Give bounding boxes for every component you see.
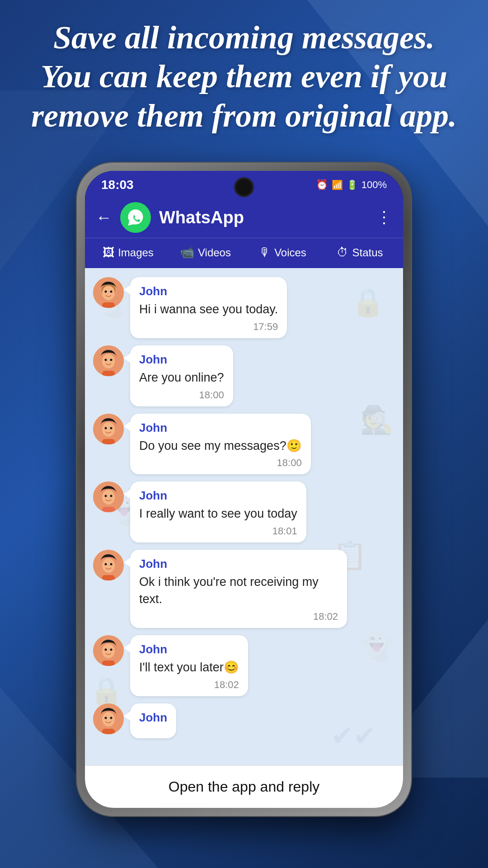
avatar-face [93,345,124,376]
message-text: I really want to see you today [139,505,297,523]
more-options-button[interactable]: ⋮ [376,208,392,227]
network-icon: 📶 [332,179,343,190]
tab-status[interactable]: ⏱ Status [321,238,399,268]
header-section: Save all incoming messages. You can keep… [0,18,488,135]
filter-tabs: 🖼 Images 📹 Videos 🎙 Voices ⏱ Status [85,238,403,268]
svg-rect-16 [102,439,115,444]
message-text: Do you see my messages?🙂 [139,438,302,455]
whatsapp-logo [120,202,151,233]
videos-icon: 📹 [180,245,194,259]
tab-voices[interactable]: 🎙 Voices [244,238,321,268]
svg-rect-31 [102,660,115,666]
bottom-bar[interactable]: Open the app and reply [85,765,403,808]
sender-name: John [139,284,278,298]
tab-voices-label: Voices [274,246,306,259]
message-time: 18:00 [139,389,224,401]
svg-point-15 [110,427,113,429]
message-text: I'll text you later😊 [139,659,239,676]
message-row: John I'll text you later😊 18:02 [93,635,395,696]
svg-point-8 [102,354,115,368]
svg-point-35 [110,717,113,719]
svg-point-13 [102,422,115,437]
tab-videos[interactable]: 📹 Videos [167,238,244,268]
open-app-label: Open the app and reply [169,778,319,795]
svg-point-4 [105,291,107,293]
message-bubble: John Do you see my messages?🙂 18:00 [130,414,311,475]
images-icon: 🖼 [103,245,114,259]
svg-point-3 [102,286,115,300]
message-row: John [93,703,395,738]
avatar-face [93,414,124,444]
message-text: Ok i think you're not receiving my text. [139,574,338,608]
sender-name: John [139,489,297,503]
avatar [93,703,124,734]
sender-name: John [139,557,338,571]
sender-name: John [139,353,224,367]
voices-icon: 🎙 [259,245,271,259]
svg-point-30 [110,648,113,651]
message-text: Hi i wanna see you today. [139,301,278,318]
status-time: 18:03 [101,178,134,192]
messages-area: 👻 🔒 ✔✔ 🕵️ 👻 📋 ✔✔ 👻 🔒 ✔✔ [85,268,403,765]
svg-rect-11 [102,371,115,376]
message-bubble: John Ok i think you're not receiving my … [130,550,347,628]
avatar-face [93,277,124,308]
avatar-face [93,481,124,512]
message-row: John Hi i wanna see you today. 17:59 [93,277,395,338]
svg-point-34 [105,717,107,719]
avatar [93,635,124,666]
svg-point-19 [105,495,107,497]
battery-icon: 🔋 [347,179,358,190]
phone-outer-frame: 18:03 ⏰ 📶 🔋 100% ← WhatsApp ⋮ [77,163,411,816]
svg-point-9 [105,359,107,361]
svg-point-14 [105,427,107,429]
avatar [93,345,124,376]
svg-point-24 [105,563,107,566]
svg-point-23 [102,558,115,573]
sender-name: John [139,642,239,656]
message-bubble: John I really want to see you today 18:0… [130,481,306,542]
message-time: 18:01 [139,525,297,537]
message-time: 17:59 [139,321,278,333]
avatar-face [93,550,124,580]
svg-point-20 [110,495,113,497]
app-name: WhatsApp [159,208,368,227]
avatar [93,277,124,308]
svg-rect-21 [102,507,115,512]
message-time: 18:00 [139,457,302,469]
tab-images-label: Images [118,246,154,259]
message-bubble: John Are you online? 18:00 [130,345,233,406]
tab-status-label: Status [352,246,383,259]
svg-point-5 [110,291,113,293]
phone-wrapper: 18:03 ⏰ 📶 🔋 100% ← WhatsApp ⋮ [77,163,411,816]
message-row: John Are you online? 18:00 [93,345,395,406]
message-row: John Do you see my messages?🙂 18:00 [93,414,395,475]
message-time: 18:02 [139,611,338,623]
message-bubble: John Hi i wanna see you today. 17:59 [130,277,287,338]
header-title: Save all incoming messages. You can keep… [27,18,461,135]
camera-notch [236,179,252,195]
back-button[interactable]: ← [96,208,112,227]
avatar-face [93,703,124,734]
status-icon: ⏱ [337,245,348,259]
message-bubble: John I'll text you later😊 18:02 [130,635,248,696]
phone-inner-screen: 18:03 ⏰ 📶 🔋 100% ← WhatsApp ⋮ [85,171,403,808]
tab-images[interactable]: 🖼 Images [89,238,167,268]
sender-name: John [139,711,167,725]
battery-percent: 100% [361,179,387,191]
svg-rect-6 [102,302,115,308]
svg-rect-26 [102,575,115,580]
svg-point-18 [102,490,115,505]
status-icons: ⏰ 📶 🔋 100% [316,179,387,191]
message-time: 18:02 [139,679,239,691]
message-row: John Ok i think you're not receiving my … [93,550,395,628]
svg-point-28 [102,644,115,658]
message-row: John I really want to see you today 18:0… [93,481,395,542]
sender-name: John [139,421,302,435]
tab-videos-label: Videos [198,246,231,259]
svg-point-33 [102,712,115,726]
avatar-face [93,635,124,666]
avatar [93,550,124,580]
svg-point-29 [105,648,107,651]
svg-point-25 [110,563,113,566]
